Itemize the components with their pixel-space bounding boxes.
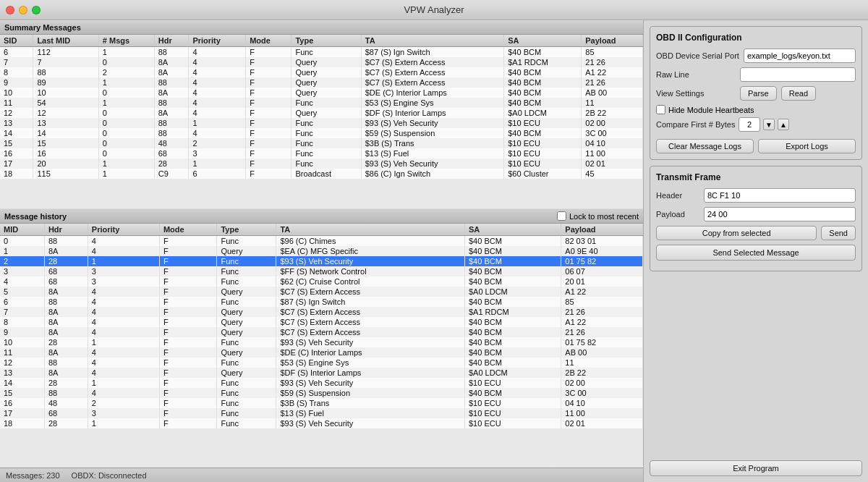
summary-cell: 6 bbox=[0, 47, 33, 58]
history-row[interactable]: 78A4FQuery$C7 (S) Extern Access$A1 RDCM2… bbox=[0, 307, 643, 317]
summary-cell: 8A bbox=[154, 108, 189, 118]
history-row[interactable]: 16482FFunc$3B (S) Trans$10 ECU04 10 bbox=[0, 398, 643, 408]
history-row[interactable]: 138A4FQuery$DF (S) Interior Lamps$A0 LDC… bbox=[0, 368, 643, 378]
summary-row[interactable]: 121208A4FQuery$DF (S) Interior Lamps$A0 … bbox=[0, 108, 643, 118]
summary-cell: C9 bbox=[154, 169, 189, 179]
summary-cell: $59 (S) Suspension bbox=[361, 128, 503, 138]
title-bar: VPW Analyzer bbox=[0, 0, 868, 20]
minimize-button[interactable] bbox=[19, 6, 27, 14]
copy-from-selected-button[interactable]: Copy from selected bbox=[656, 226, 817, 240]
summary-cell: F bbox=[246, 77, 292, 88]
history-row[interactable]: 0884FFunc$96 (C) Chimes$40 BCM82 03 01 bbox=[0, 236, 643, 247]
summary-cell: 7 bbox=[33, 57, 98, 67]
history-row[interactable]: 18A4FQuery$EA (C) MFG Specific$40 BCMA0 … bbox=[0, 246, 643, 256]
history-row[interactable]: 98A4FQuery$C7 (S) Extern Access$40 BCM21… bbox=[0, 327, 643, 337]
exit-button[interactable]: Exit Program bbox=[650, 460, 862, 476]
history-table-wrapper[interactable]: MID Hdr Priority Mode Type TA SA Payload… bbox=[0, 224, 643, 468]
clear-logs-button[interactable]: Clear Message Logs bbox=[656, 139, 754, 153]
history-cell: $96 (C) Chimes bbox=[276, 236, 465, 247]
history-row[interactable]: 18281FFunc$93 (S) Veh Security$10 ECU02 … bbox=[0, 418, 643, 428]
hide-heartbeats-checkbox[interactable] bbox=[656, 105, 665, 114]
summary-row[interactable]: 101008A4FQuery$DE (C) Interior Lamps$40 … bbox=[0, 88, 643, 98]
serial-port-row: OBD Device Serial Port bbox=[656, 48, 856, 63]
history-row[interactable]: 14281FFunc$93 (S) Veh Security$10 ECU02 … bbox=[0, 378, 643, 388]
summary-row[interactable]: 11541884FFunc$53 (S) Engine Sys$40 BCM11 bbox=[0, 98, 643, 108]
summary-cell: 1 bbox=[98, 77, 154, 88]
serial-port-input[interactable] bbox=[744, 48, 856, 63]
summary-row[interactable]: 88828A4FQuery$C7 (S) Extern Access$40 BC… bbox=[0, 67, 643, 77]
history-cell: Func bbox=[217, 388, 276, 398]
history-row[interactable]: 10281FFunc$93 (S) Veh Security$40 BCM01 … bbox=[0, 337, 643, 347]
summary-table-wrapper[interactable]: SID Last MID # Msgs Hdr Priority Mode Ty… bbox=[0, 35, 643, 208]
view-settings-label: View Settings bbox=[656, 89, 736, 98]
col-type: Type bbox=[292, 35, 361, 47]
header-label: Header bbox=[656, 191, 699, 200]
summary-cell: 10 bbox=[0, 88, 33, 98]
summary-row[interactable]: 181151C96FBroadcast$86 (C) Ign Switch$60… bbox=[0, 169, 643, 179]
parse-button[interactable]: Parse bbox=[740, 86, 777, 101]
copy-send-row: Copy from selected Send bbox=[656, 226, 856, 240]
history-cell: 1 bbox=[88, 378, 159, 388]
maximize-button[interactable] bbox=[32, 6, 41, 14]
send-selected-button[interactable]: Send Selected Message bbox=[656, 245, 856, 261]
history-row[interactable]: 3683FFunc$FF (S) Network Control$40 BCM0… bbox=[0, 266, 643, 276]
summary-row[interactable]: 7708A4FQuery$C7 (S) Extern Access$A1 RDC… bbox=[0, 57, 643, 67]
raw-line-input[interactable] bbox=[740, 67, 856, 82]
lock-label: Lock to most recent bbox=[569, 212, 639, 221]
history-cell: 88 bbox=[44, 388, 88, 398]
summary-row[interactable]: 9891884FQuery$C7 (S) Extern Access$40 BC… bbox=[0, 77, 643, 88]
history-cell: F bbox=[159, 418, 217, 428]
summary-row[interactable]: 15150482FFunc$3B (S) Trans$10 ECU04 10 bbox=[0, 138, 643, 148]
summary-row[interactable]: 17201281FFunc$93 (S) Veh Security$10 ECU… bbox=[0, 158, 643, 169]
stepper-up-icon[interactable]: ▲ bbox=[778, 119, 789, 130]
payload-input[interactable] bbox=[704, 207, 856, 221]
summary-cell: F bbox=[246, 47, 292, 58]
history-cell: Func bbox=[217, 358, 276, 368]
history-row[interactable]: 118A4FQuery$DE (C) Interior Lamps$40 BCM… bbox=[0, 347, 643, 358]
summary-row[interactable]: 16160683FFunc$13 (S) Fuel$10 ECU11 00 bbox=[0, 148, 643, 158]
history-cell: 2B 22 bbox=[561, 368, 643, 378]
compare-bytes-input[interactable] bbox=[739, 117, 760, 132]
summary-row[interactable]: 13130881FFunc$93 (S) Veh Security$10 ECU… bbox=[0, 118, 643, 128]
raw-line-label: Raw Line bbox=[656, 70, 736, 79]
history-cell: 6 bbox=[0, 297, 44, 307]
hcol-payload: Payload bbox=[561, 224, 643, 236]
summary-cell: 48 bbox=[154, 138, 189, 148]
history-row[interactable]: 12884FFunc$53 (S) Engine Sys$40 BCM11 bbox=[0, 358, 643, 368]
history-row[interactable]: 17683FFunc$13 (S) Fuel$10 ECU11 00 bbox=[0, 408, 643, 418]
history-cell: 7 bbox=[0, 307, 44, 317]
history-cell: Func bbox=[217, 276, 276, 287]
summary-cell: 88 bbox=[154, 77, 189, 88]
history-cell: $10 ECU bbox=[464, 418, 561, 428]
stepper-down-icon[interactable]: ▼ bbox=[763, 119, 775, 130]
close-button[interactable] bbox=[6, 6, 14, 14]
summary-cell: $40 BCM bbox=[504, 67, 582, 77]
history-cell: $C7 (S) Extern Access bbox=[276, 287, 465, 297]
summary-cell: F bbox=[246, 169, 292, 179]
summary-row[interactable]: 61121884FFunc$87 (S) Ign Switch$40 BCM85 bbox=[0, 47, 643, 58]
history-row[interactable]: 58A4FQuery$C7 (S) Extern Access$A0 LDCMA… bbox=[0, 287, 643, 297]
summary-cell: 4 bbox=[189, 67, 246, 77]
traffic-lights bbox=[6, 6, 41, 14]
send-button[interactable]: Send bbox=[821, 226, 856, 240]
history-row[interactable]: 4683FFunc$62 (C) Cruise Control$40 BCM20… bbox=[0, 276, 643, 287]
hcol-ta: TA bbox=[276, 224, 465, 236]
history-cell: 8A bbox=[44, 246, 88, 256]
summary-row[interactable]: 14140884FFunc$59 (S) Suspension$40 BCM3C… bbox=[0, 128, 643, 138]
read-button[interactable]: Read bbox=[781, 86, 816, 101]
history-cell: 28 bbox=[44, 256, 88, 266]
history-cell: 4 bbox=[88, 246, 159, 256]
summary-cell: Query bbox=[292, 77, 361, 88]
history-row[interactable]: 15884FFunc$59 (S) Suspension$40 BCM3C 00 bbox=[0, 388, 643, 398]
history-row[interactable]: 2281FFunc$93 (S) Veh Security$40 BCM01 7… bbox=[0, 256, 643, 266]
history-row[interactable]: 88A4FQuery$C7 (S) Extern Access$40 BCMA1… bbox=[0, 317, 643, 327]
history-cell: F bbox=[159, 408, 217, 418]
payload-row: Payload bbox=[656, 207, 856, 221]
header-input[interactable] bbox=[704, 188, 856, 203]
history-cell: F bbox=[159, 307, 217, 317]
summary-cell: A1 22 bbox=[582, 67, 643, 77]
export-logs-button[interactable]: Export Logs bbox=[758, 139, 856, 153]
lock-checkbox[interactable] bbox=[557, 211, 566, 221]
summary-cell: 21 26 bbox=[582, 77, 643, 88]
history-row[interactable]: 6884FFunc$87 (S) Ign Switch$40 BCM85 bbox=[0, 297, 643, 307]
